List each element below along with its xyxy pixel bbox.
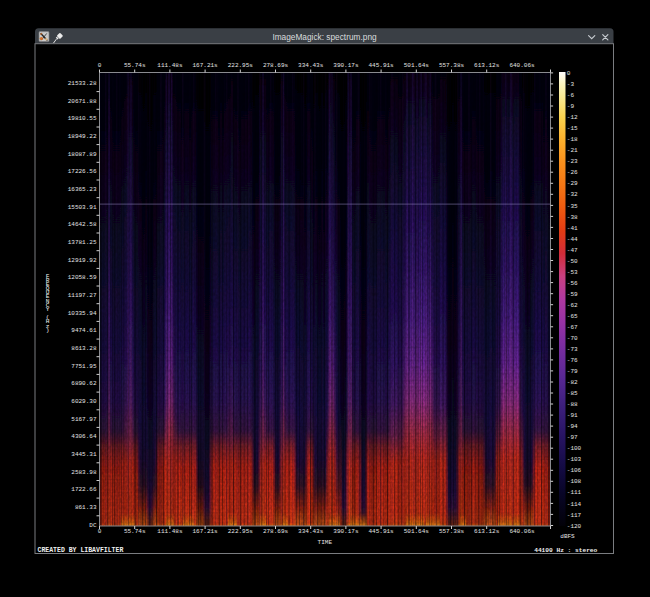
svg-text:613.12s: 613.12s xyxy=(474,62,500,69)
svg-text:-35: -35 xyxy=(567,203,578,210)
svg-text:20671.88: 20671.88 xyxy=(68,98,97,105)
svg-text:18087.89: 18087.89 xyxy=(68,151,97,158)
svg-text:390.17s: 390.17s xyxy=(333,62,359,69)
svg-text:222.95s: 222.95s xyxy=(228,528,254,535)
svg-text:-117: -117 xyxy=(567,512,582,519)
svg-text:-100: -100 xyxy=(567,445,582,452)
svg-text:390.17s: 390.17s xyxy=(333,528,359,535)
svg-text:-120: -120 xyxy=(567,523,582,530)
svg-text:-65: -65 xyxy=(567,313,578,320)
svg-text:CREATED BY LIBAVFILTER: CREATED BY LIBAVFILTER xyxy=(38,547,124,554)
svg-text:10335.94: 10335.94 xyxy=(68,310,97,317)
svg-text:4306.64: 4306.64 xyxy=(71,433,97,440)
svg-text:640.06s: 640.06s xyxy=(509,528,535,535)
svg-text:613.12s: 613.12s xyxy=(474,528,500,535)
svg-text:-82: -82 xyxy=(567,379,578,386)
svg-text:ImageMagick: spectrum.png: ImageMagick: spectrum.png xyxy=(272,32,377,42)
svg-text:11197.27: 11197.27 xyxy=(68,292,97,299)
svg-text:334.43s: 334.43s xyxy=(298,528,324,535)
svg-text:16365.23: 16365.23 xyxy=(68,186,97,193)
svg-text:-12: -12 xyxy=(567,114,578,121)
svg-text:15503.91: 15503.91 xyxy=(68,204,97,211)
svg-text:-53: -53 xyxy=(567,269,578,276)
svg-text:Y: Y xyxy=(46,306,50,313)
svg-text:6029.30: 6029.30 xyxy=(71,398,97,405)
svg-text:-32: -32 xyxy=(567,191,578,198)
svg-text:-26: -26 xyxy=(567,169,578,176)
svg-text:-67: -67 xyxy=(567,324,578,331)
svg-text:-108: -108 xyxy=(567,478,582,485)
svg-text:557.38s: 557.38s xyxy=(439,62,465,69)
svg-text:12919.92: 12919.92 xyxy=(68,257,97,264)
svg-text:501.64s: 501.64s xyxy=(404,62,430,69)
svg-text:-29: -29 xyxy=(567,180,578,187)
svg-text:111.48s: 111.48s xyxy=(157,62,183,69)
svg-text:278.69s: 278.69s xyxy=(263,528,289,535)
svg-text:445.91s: 445.91s xyxy=(368,62,394,69)
svg-text:167.21s: 167.21s xyxy=(192,528,218,535)
svg-text:17226.56: 17226.56 xyxy=(68,168,97,175)
svg-text:-79: -79 xyxy=(567,368,578,375)
svg-text:3445.31: 3445.31 xyxy=(71,451,97,458)
svg-text:111.48s: 111.48s xyxy=(157,528,183,535)
svg-text:8613.28: 8613.28 xyxy=(71,345,97,352)
svg-text:0: 0 xyxy=(98,62,102,69)
svg-text:): ) xyxy=(46,327,50,334)
svg-text:557.38s: 557.38s xyxy=(439,528,465,535)
svg-text:-6: -6 xyxy=(567,92,575,99)
svg-text:-106: -106 xyxy=(567,467,582,474)
svg-text:-41: -41 xyxy=(567,225,578,232)
svg-text:dBFS: dBFS xyxy=(560,533,575,540)
svg-text:-47: -47 xyxy=(567,247,578,254)
svg-text:-9: -9 xyxy=(567,103,575,110)
svg-text:TIME: TIME xyxy=(318,539,333,546)
svg-text:-21: -21 xyxy=(567,147,578,154)
svg-text:7751.95: 7751.95 xyxy=(71,363,97,370)
svg-text:-50: -50 xyxy=(567,258,578,265)
svg-text:-88: -88 xyxy=(567,401,578,408)
svg-text:222.95s: 222.95s xyxy=(228,62,254,69)
svg-text:-3: -3 xyxy=(567,81,575,88)
svg-text:55.74s: 55.74s xyxy=(124,528,146,535)
svg-text:55.74s: 55.74s xyxy=(124,62,146,69)
svg-text:-44: -44 xyxy=(567,236,578,243)
svg-text:6890.62: 6890.62 xyxy=(71,380,97,387)
svg-text:278.69s: 278.69s xyxy=(263,62,289,69)
svg-text:0: 0 xyxy=(567,70,571,77)
svg-text:-76: -76 xyxy=(567,357,578,364)
svg-text:2583.98: 2583.98 xyxy=(71,469,97,476)
svg-text:-103: -103 xyxy=(567,456,582,463)
svg-text:21533.28: 21533.28 xyxy=(68,80,97,87)
svg-text:-85: -85 xyxy=(567,390,578,397)
svg-text:-18: -18 xyxy=(567,136,578,143)
svg-text:0: 0 xyxy=(98,528,102,535)
svg-text:1722.66: 1722.66 xyxy=(71,486,97,493)
svg-text:167.21s: 167.21s xyxy=(192,62,218,69)
svg-text:DC: DC xyxy=(89,522,97,529)
svg-text:-97: -97 xyxy=(567,434,578,441)
svg-text:14642.58: 14642.58 xyxy=(68,221,97,228)
svg-text:5167.97: 5167.97 xyxy=(71,416,97,423)
svg-text:501.64s: 501.64s xyxy=(404,528,430,535)
svg-text:-114: -114 xyxy=(567,501,582,508)
svg-text:334.43s: 334.43s xyxy=(298,62,324,69)
svg-text:-111: -111 xyxy=(567,489,582,496)
svg-text:-38: -38 xyxy=(567,214,578,221)
svg-text:19810.55: 19810.55 xyxy=(68,115,97,122)
svg-text:-94: -94 xyxy=(567,423,578,430)
svg-text:640.06s: 640.06s xyxy=(509,62,535,69)
svg-text:12058.59: 12058.59 xyxy=(68,274,97,281)
svg-text:-23: -23 xyxy=(567,158,578,165)
svg-text:-59: -59 xyxy=(567,291,578,298)
svg-text:9474.61: 9474.61 xyxy=(71,327,97,334)
svg-text:-15: -15 xyxy=(567,125,578,132)
svg-text:-73: -73 xyxy=(567,346,578,353)
svg-text:13781.25: 13781.25 xyxy=(68,239,97,246)
svg-text:861.33: 861.33 xyxy=(75,504,97,511)
svg-text:-70: -70 xyxy=(567,335,578,342)
svg-text:445.91s: 445.91s xyxy=(368,528,394,535)
svg-text:-56: -56 xyxy=(567,280,578,287)
svg-text:44100 Hz : stereo: 44100 Hz : stereo xyxy=(534,547,597,554)
svg-text:-91: -91 xyxy=(567,412,578,419)
svg-text:18949.22: 18949.22 xyxy=(68,133,97,140)
